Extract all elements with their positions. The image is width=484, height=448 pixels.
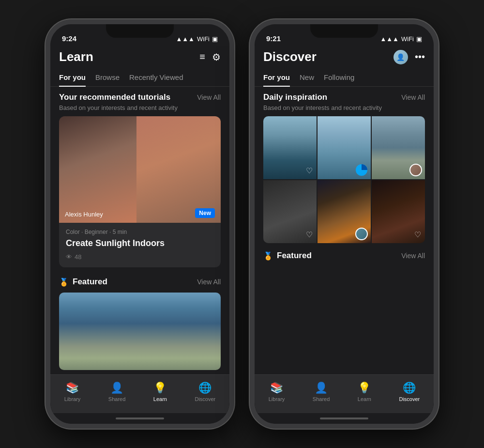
photo-dark[interactable]: ♡: [372, 180, 425, 243]
featured-header-right: 🏅 Featured View All: [255, 251, 434, 263]
learn-icon-left: 💡: [153, 382, 166, 394]
home-bar-left: [116, 417, 164, 419]
screen-right: Discover 👤 ••• For you New Following Dai…: [255, 46, 434, 374]
avatar-man: [409, 164, 422, 176]
home-bar-right: [320, 417, 368, 419]
status-icons-left: ▲▲▲ WiFi ▣: [176, 35, 218, 43]
tab-for-you-left[interactable]: For you: [59, 69, 86, 86]
notch: [106, 24, 174, 38]
home-indicator-right: [255, 413, 434, 424]
library-icon-right: 📚: [270, 382, 283, 394]
battery-icon: ▣: [212, 35, 218, 43]
status-icons-right: ▲▲▲ WiFi ▣: [380, 35, 422, 43]
shared-icon-right: 👤: [315, 382, 328, 394]
header-icons-left: ≡ ⚙: [199, 51, 221, 63]
more-icon[interactable]: •••: [415, 51, 425, 62]
heart-icon-3[interactable]: ♡: [306, 230, 313, 239]
nav-discover-left[interactable]: 🌐 Discover: [195, 382, 215, 402]
nav-library-right[interactable]: 📚 Library: [269, 382, 285, 402]
featured-title-right: Featured: [277, 251, 312, 261]
photo-redroad[interactable]: [318, 180, 371, 243]
recommended-title: Your recommended tutorials: [59, 93, 170, 102]
library-icon-left: 📚: [66, 382, 79, 394]
featured-view-all-left[interactable]: View All: [197, 278, 221, 286]
photo-cliffs[interactable]: ♡: [263, 116, 317, 179]
featured-view-all-right[interactable]: View All: [401, 252, 425, 260]
recommended-header: Your recommended tutorials View All: [50, 93, 229, 104]
tabs-right: For you New Following: [255, 69, 434, 87]
shared-icon-left: 👤: [110, 382, 123, 394]
settings-icon[interactable]: ⚙: [212, 51, 221, 63]
nav-label-learn-left: Learn: [153, 396, 167, 402]
featured-icon-left: 🏅: [59, 278, 69, 287]
heart-icon-1[interactable]: ♡: [306, 166, 313, 175]
avatar-image: 👤: [396, 53, 405, 61]
nav-learn-left[interactable]: 💡 Learn: [153, 382, 167, 402]
app-header-left: Learn ≡ ⚙: [50, 46, 229, 69]
status-time-left: 9:24: [62, 34, 76, 43]
nav-discover-right[interactable]: 🌐 Discover: [399, 382, 420, 402]
city-image: [59, 293, 221, 370]
wifi-icon: WiFi: [197, 35, 210, 43]
nav-label-shared-left: Shared: [108, 396, 125, 402]
home-indicator-left: [50, 413, 229, 424]
tab-following[interactable]: Following: [324, 69, 354, 86]
bottom-nav-left: 📚 Library 👤 Shared 💡 Learn 🌐 Discover: [50, 374, 229, 413]
nav-label-discover-right: Discover: [399, 396, 420, 402]
signal-icon-right: ▲▲▲: [380, 35, 399, 43]
photo-street[interactable]: ♡: [263, 180, 317, 243]
card-title-text: Create Sunlight Indoors: [66, 238, 214, 248]
right-phone: 9:21 ▲▲▲ WiFi ▣ Discover 👤 ••• For y: [250, 19, 439, 429]
views-count: 48: [75, 253, 81, 261]
eye-icon: 👁: [66, 253, 72, 261]
daily-inspiration-subtitle: Based on your interests and recent activ…: [255, 104, 434, 116]
nav-shared-left[interactable]: 👤 Shared: [108, 382, 125, 402]
learn-icon-right: 💡: [358, 382, 371, 394]
app-title-right: Discover: [263, 49, 317, 64]
featured-title-left: Featured: [73, 277, 107, 287]
featured-title-row: 🏅 Featured: [59, 277, 107, 287]
photo-coast[interactable]: ♡: [372, 116, 425, 179]
filter-icon[interactable]: ≡: [199, 51, 205, 62]
daily-inspiration-header: Daily inspiration View All: [255, 93, 434, 104]
tab-browse[interactable]: Browse: [95, 69, 120, 86]
battery-icon-right: ▣: [416, 35, 422, 43]
featured-icon-right: 🏅: [263, 251, 273, 261]
featured-section-left: 🏅 Featured View All: [50, 277, 229, 374]
nav-library-left[interactable]: 📚 Library: [64, 382, 81, 402]
person-right-image: [136, 116, 221, 223]
recommended-view-all[interactable]: View All: [197, 93, 221, 101]
photo-ocean[interactable]: [318, 116, 371, 179]
tab-for-you-right[interactable]: For you: [263, 69, 290, 86]
notch-right: [310, 24, 378, 38]
user-avatar[interactable]: 👤: [393, 50, 408, 64]
person-left-image: [59, 116, 140, 223]
pie-icon: [355, 164, 368, 176]
discover-icon-right: 🌐: [403, 382, 416, 394]
featured-section-right: 🏅 Featured View All: [255, 251, 434, 272]
app-title-left: Learn: [59, 49, 93, 64]
daily-inspiration-view-all[interactable]: View All: [401, 93, 425, 101]
heart-icon-4[interactable]: ♡: [414, 230, 421, 239]
tutorial-card[interactable]: Alexis Hunley New Color · Beginner · 5 m…: [59, 116, 221, 267]
featured-header-left: 🏅 Featured View All: [50, 277, 229, 289]
card-author: Alexis Hunley: [65, 211, 103, 218]
nav-label-discover-left: Discover: [195, 396, 215, 402]
avatar-circle-2: [355, 228, 368, 240]
card-body: Color · Beginner · 5 min Create Sunlight…: [59, 223, 221, 267]
status-time-right: 9:21: [266, 34, 281, 43]
nav-learn-right[interactable]: 💡 Learn: [358, 382, 371, 402]
photo-grid: ♡ ♡ ♡: [263, 116, 425, 243]
nav-shared-right[interactable]: 👤 Shared: [313, 382, 330, 402]
nav-label-library-right: Library: [269, 396, 285, 402]
tab-new[interactable]: New: [300, 69, 314, 86]
featured-image-left[interactable]: [59, 293, 221, 370]
card-image: Alexis Hunley New: [59, 116, 221, 223]
bottom-nav-right: 📚 Library 👤 Shared 💡 Learn 🌐 Discover: [255, 374, 434, 413]
nav-label-learn-right: Learn: [358, 396, 371, 402]
signal-icon: ▲▲▲: [176, 35, 195, 43]
daily-inspiration-title: Daily inspiration: [263, 93, 327, 102]
discover-icon-left: 🌐: [198, 382, 212, 394]
tab-recently-viewed[interactable]: Recently Viewed: [129, 69, 183, 86]
header-icons-right: 👤 •••: [393, 50, 425, 64]
